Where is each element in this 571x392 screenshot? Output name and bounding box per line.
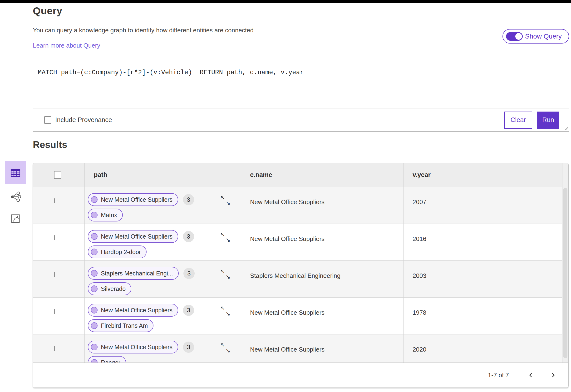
node-pill[interactable]: Hardtop 2-door: [88, 245, 146, 258]
chart-icon: [10, 213, 21, 224]
node-circle-icon: [91, 233, 98, 240]
select-all-checkbox[interactable]: [54, 171, 61, 179]
path-cell: Staplers Mechanical Engi...3Silverado↖↘: [85, 261, 241, 297]
path-first-line: New Metal Office Suppliers3: [88, 341, 241, 353]
table-scrollbar[interactable]: [562, 163, 568, 363]
row-checkbox[interactable]: [54, 235, 55, 240]
row-checkbox[interactable]: [54, 198, 55, 203]
node-pill[interactable]: Staplers Mechanical Engi...: [88, 267, 179, 280]
query-footer: Include Provenance Clear Run: [33, 109, 569, 132]
c-name-cell: New Metal Office Suppliers: [241, 187, 403, 224]
c-name-cell: New Metal Office Suppliers: [241, 224, 403, 260]
node-pill[interactable]: Silverado: [88, 282, 131, 295]
show-query-toggle[interactable]: Show Query: [502, 29, 569, 43]
node-pill[interactable]: New Metal Office Suppliers: [88, 193, 178, 206]
node-pill-label: Staplers Mechanical Engi...: [101, 270, 173, 277]
expand-path-icon[interactable]: ↖↘: [220, 195, 231, 207]
window-top-bar: [0, 0, 571, 3]
chart-view-button[interactable]: [5, 209, 26, 228]
row-select-cell: [33, 224, 85, 260]
node-pill-label: Hardtop 2-door: [101, 249, 141, 255]
path-cell: New Metal Office Suppliers3Firebird Tran…: [85, 298, 241, 334]
arrow-up-left-icon: ↖: [220, 305, 225, 311]
node-circle-icon: [91, 270, 98, 277]
table-icon: [9, 167, 22, 179]
query-textarea[interactable]: MATCH path=(c:Company)-[r*2]-(v:Vehicle)…: [33, 63, 569, 109]
next-page-button[interactable]: [550, 372, 557, 378]
path-cell: New Metal Office Suppliers3Ranger↖↘: [85, 335, 241, 363]
column-header-path: path: [85, 163, 241, 187]
include-provenance-checkbox[interactable]: [44, 116, 51, 124]
table-row: New Metal Office Suppliers3Firebird Tran…: [33, 298, 568, 335]
table-row: Staplers Mechanical Engi...3Silverado↖↘S…: [33, 261, 568, 298]
node-pill[interactable]: Matrix: [88, 209, 123, 222]
expand-path-icon[interactable]: ↖↘: [220, 231, 231, 243]
table-row: New Metal Office Suppliers3Hardtop 2-doo…: [33, 224, 568, 261]
table-row: New Metal Office Suppliers3Matrix↖↘New M…: [33, 187, 568, 224]
node-pill[interactable]: Firebird Trans Am: [88, 319, 154, 332]
table-footer: 1-7 of 7: [33, 363, 568, 388]
c-name-cell: New Metal Office Suppliers: [241, 298, 403, 334]
node-pill-label: New Metal Office Suppliers: [101, 344, 172, 350]
table-view-button[interactable]: [5, 161, 26, 184]
v-year-cell: 1978: [403, 298, 568, 334]
path-count-badge: 3: [183, 305, 194, 316]
path-count-badge: 3: [183, 194, 194, 205]
path-cell: New Metal Office Suppliers3Hardtop 2-doo…: [85, 224, 241, 260]
row-checkbox[interactable]: [54, 272, 55, 277]
node-circle-icon: [91, 249, 98, 255]
path-count-badge: 3: [183, 231, 194, 242]
previous-page-button[interactable]: [528, 372, 534, 378]
expand-path-icon[interactable]: ↖↘: [220, 305, 231, 317]
arrow-up-left-icon: ↖: [220, 342, 225, 348]
c-name-cell: New Metal Office Suppliers: [241, 335, 403, 363]
node-circle-icon: [91, 196, 98, 203]
column-header-v-year: v.year: [403, 163, 568, 187]
results-table-card: path c.name v.year New Metal Office Supp…: [33, 163, 569, 388]
select-all-cell: [33, 163, 85, 187]
node-pill[interactable]: Ranger: [88, 356, 126, 363]
run-button[interactable]: Run: [537, 112, 559, 129]
graph-view-button[interactable]: [5, 187, 26, 206]
row-select-cell: [33, 187, 85, 224]
row-checkbox[interactable]: [54, 309, 55, 314]
path-first-line: New Metal Office Suppliers3: [88, 304, 241, 317]
arrow-down-right-icon: ↘: [226, 200, 230, 206]
node-pill[interactable]: New Metal Office Suppliers: [88, 230, 178, 243]
arrow-down-right-icon: ↘: [226, 311, 230, 317]
arrow-down-right-icon: ↘: [226, 348, 230, 353]
path-first-line: New Metal Office Suppliers3: [88, 193, 241, 206]
node-pill-label: Firebird Trans Am: [101, 322, 148, 329]
expand-path-icon[interactable]: ↖↘: [220, 268, 231, 280]
node-pill-label: Matrix: [101, 212, 117, 219]
scrollbar-thumb[interactable]: [563, 188, 567, 358]
expand-path-icon[interactable]: ↖↘: [220, 342, 231, 354]
table-header-row: path c.name v.year: [33, 163, 568, 187]
resize-handle-icon[interactable]: [563, 125, 568, 131]
node-pill[interactable]: New Metal Office Suppliers: [88, 304, 178, 317]
v-year-cell: 2016: [403, 224, 568, 260]
node-circle-icon: [91, 344, 98, 350]
node-circle-icon: [91, 285, 98, 292]
include-provenance-option[interactable]: Include Provenance: [44, 116, 112, 124]
table-row: New Metal Office Suppliers3Ranger↖↘New M…: [33, 335, 568, 363]
row-select-cell: [33, 261, 85, 297]
path-first-line: New Metal Office Suppliers3: [88, 230, 241, 243]
node-circle-icon: [91, 212, 98, 218]
clear-button[interactable]: Clear: [504, 112, 532, 129]
node-circle-icon: [91, 307, 98, 313]
toggle-switch-icon[interactable]: [506, 32, 523, 41]
node-circle-icon: [91, 322, 98, 329]
column-header-c-name: c.name: [241, 163, 403, 187]
chevron-right-icon: [550, 372, 557, 378]
query-editor-card: MATCH path=(c:Company)-[r*2]-(v:Vehicle)…: [33, 63, 569, 132]
include-provenance-label: Include Provenance: [55, 116, 112, 124]
node-pill-label: Silverado: [101, 285, 126, 292]
node-pill[interactable]: New Metal Office Suppliers: [88, 341, 178, 353]
toggle-knob: [515, 32, 523, 41]
arrow-up-left-icon: ↖: [220, 268, 225, 274]
row-checkbox[interactable]: [54, 346, 55, 351]
show-query-label: Show Query: [525, 33, 562, 40]
path-first-line: Staplers Mechanical Engi...3: [88, 267, 241, 280]
learn-more-link[interactable]: Learn more about Query: [33, 42, 100, 49]
